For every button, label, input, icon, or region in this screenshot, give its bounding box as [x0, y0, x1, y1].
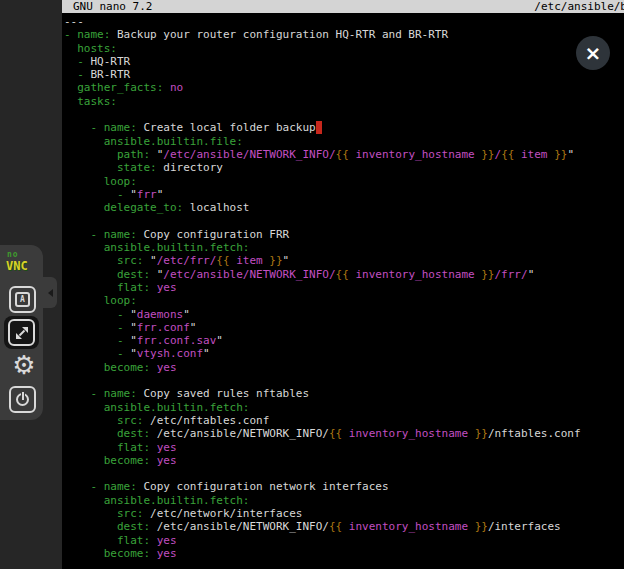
code-segment: "	[203, 347, 210, 360]
code-segment: /etc/ansible/NETWORK_INFO/	[163, 268, 335, 281]
code-segment: yes	[157, 441, 177, 454]
code-segment: - name:	[91, 480, 137, 493]
close-button[interactable]: ×	[576, 36, 610, 70]
code-segment: /nftables.conf	[488, 427, 581, 440]
code-segment: become:	[104, 454, 150, 467]
code-segment	[64, 281, 117, 294]
power-button[interactable]	[9, 386, 36, 413]
editor-line: - "daemons"	[64, 308, 624, 321]
editor-line: flat: yes	[64, 534, 624, 547]
code-segment	[64, 454, 104, 467]
code-segment: frr.conf.sav	[137, 334, 216, 347]
editor-line: flat: yes	[64, 441, 624, 454]
code-segment: item	[230, 254, 270, 267]
code-segment: HQ-RTR	[91, 55, 131, 68]
code-segment	[64, 321, 117, 334]
code-segment: {{	[329, 427, 342, 440]
code-segment: become:	[104, 547, 150, 560]
code-segment	[64, 414, 117, 427]
code-segment	[64, 347, 117, 360]
editor-line: ---	[64, 15, 624, 28]
code-segment: /etc/frr/	[157, 254, 217, 267]
vnc-terminal-screen[interactable]: GNU nano 7.2 /etc/ansible/b ---- name: B…	[62, 0, 624, 569]
code-segment: "	[130, 321, 137, 334]
code-segment	[64, 308, 117, 321]
editor-line: - name: Copy configuration network inter…	[64, 480, 624, 493]
editor-line: src: /etc/network/interfaces	[64, 507, 624, 520]
code-segment: /etc/ansible/NETWORK_INFO/	[150, 427, 329, 440]
code-segment: {{	[336, 148, 349, 161]
code-segment	[64, 334, 117, 347]
editor-line: - BR-RTR	[64, 68, 624, 81]
nano-titlebar: GNU nano 7.2 /etc/ansible/b	[62, 0, 624, 13]
code-segment: Create local folder backup	[137, 121, 316, 134]
code-segment: /etc/network/interfaces	[143, 507, 302, 520]
code-segment: yes	[157, 454, 177, 467]
code-segment: loop:	[104, 175, 137, 188]
code-segment: vtysh.conf	[137, 347, 203, 360]
code-segment	[150, 281, 157, 294]
code-segment: ansible.builtin.fetch:	[104, 241, 250, 254]
code-segment: Copy configuration FRR	[137, 228, 289, 241]
code-segment: "	[130, 308, 137, 321]
editor-line: become: yes	[64, 361, 624, 374]
code-segment	[64, 494, 104, 507]
extra-keys-button[interactable]: A	[9, 286, 36, 313]
code-segment: inventory_hostname	[349, 148, 481, 161]
editor-line: ansible.builtin.fetch:	[64, 401, 624, 414]
vnc-control-panel: no VNC A ⚙	[0, 245, 43, 420]
code-segment	[64, 121, 91, 134]
code-segment	[64, 387, 91, 400]
editor-line: - "frr.conf"	[64, 321, 624, 334]
code-segment: src:	[117, 414, 144, 427]
code-segment: - name:	[91, 387, 137, 400]
power-icon-bar	[21, 391, 25, 400]
code-segment: /interfaces	[488, 520, 561, 533]
code-segment: daemons	[137, 308, 183, 321]
editor-line: delegate_to: localhost	[64, 201, 624, 214]
code-segment	[64, 175, 104, 188]
code-segment	[64, 401, 104, 414]
code-segment: "	[150, 268, 163, 281]
code-segment	[150, 454, 157, 467]
code-segment: loop:	[104, 294, 137, 307]
code-segment	[64, 441, 117, 454]
settings-button[interactable]: ⚙	[9, 350, 39, 380]
editor-line: dest: /etc/ansible/NETWORK_INFO/{{ inven…	[64, 520, 624, 533]
code-segment: Backup your router configuration HQ-RTR …	[110, 28, 448, 41]
collapse-arrow-icon	[48, 289, 53, 297]
code-segment: dest:	[117, 520, 150, 533]
code-segment: gather_facts:	[77, 81, 163, 94]
fullscreen-button[interactable]	[8, 319, 35, 346]
editor-line: - name: Create local folder backup	[64, 121, 624, 134]
nano-version: GNU nano 7.2	[73, 0, 152, 13]
code-segment: hosts:	[77, 42, 117, 55]
novnc-logo-no: no	[7, 250, 28, 259]
editor-line: gather_facts: no	[64, 81, 624, 94]
code-segment: dest:	[117, 268, 150, 281]
code-segment	[64, 42, 77, 55]
code-segment: inventory_hostname	[342, 427, 474, 440]
code-segment: {{	[329, 520, 342, 533]
code-segment: "	[130, 188, 137, 201]
code-segment: /frr/	[495, 268, 528, 281]
code-segment: /etc/ansible/NETWORK_INFO/	[150, 520, 329, 533]
code-segment	[150, 441, 157, 454]
editor-line: loop:	[64, 294, 624, 307]
code-segment: frr.conf	[137, 321, 190, 334]
code-segment: flat:	[117, 534, 150, 547]
code-segment	[64, 294, 104, 307]
text-cursor	[316, 121, 323, 134]
code-segment: /etc/ansible/NETWORK_INFO/	[163, 148, 335, 161]
code-segment: "	[143, 254, 156, 267]
code-segment: ansible.builtin.fetch:	[104, 401, 250, 414]
code-segment: }}	[481, 268, 494, 281]
code-segment: "	[567, 148, 574, 161]
code-segment: ansible.builtin.fetch:	[104, 494, 250, 507]
code-segment: BR-RTR	[91, 68, 131, 81]
code-segment: Copy saved rules nftables	[137, 387, 309, 400]
editor-line: - name: Copy configuration FRR	[64, 228, 624, 241]
code-segment: }}	[475, 427, 488, 440]
panel-collapse-handle[interactable]	[43, 277, 57, 308]
code-segment: {{	[501, 148, 514, 161]
